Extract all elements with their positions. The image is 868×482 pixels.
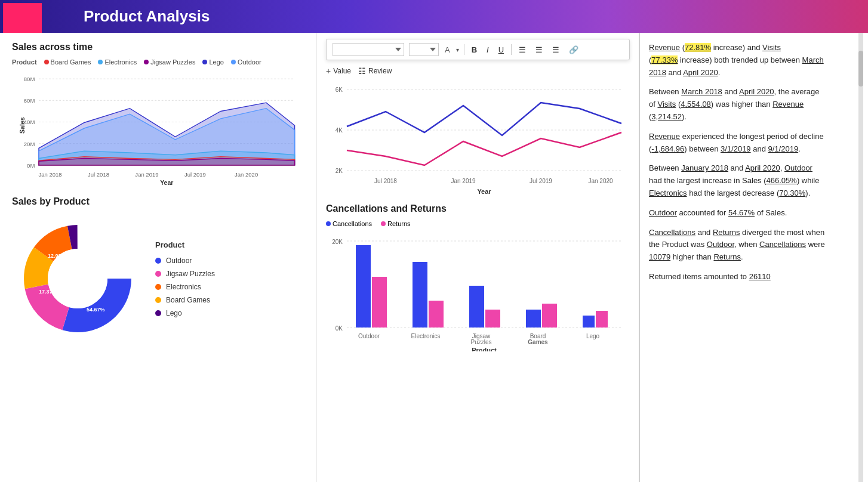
svg-text:0M: 0M: [27, 162, 35, 169]
svg-text:Sales: Sales: [19, 117, 26, 134]
svg-text:2K: 2K: [335, 168, 343, 174]
legend-label-jigsaw: Jigsaw Puzzles: [150, 58, 195, 66]
dot-cancellations: [326, 221, 331, 226]
outdoor-link-1[interactable]: Outdoor: [784, 163, 812, 172]
font-color-icon[interactable]: A: [445, 45, 450, 54]
size-select[interactable]: [409, 43, 439, 56]
canc-legend: Cancellations Returns: [326, 220, 630, 227]
revenue-link-1[interactable]: Revenue: [649, 43, 680, 52]
bar-lego-ret: [596, 311, 608, 327]
tab-review[interactable]: ☷ Review: [358, 66, 392, 76]
cancellations-link[interactable]: Cancellations: [649, 228, 695, 237]
label-boardgames: Board Games: [166, 296, 210, 304]
scrollbar-thumb[interactable]: [858, 51, 863, 86]
date-start[interactable]: 3/1/2019: [721, 144, 751, 153]
revenue-avg: 3,214.52: [651, 112, 682, 121]
jan-2018-link[interactable]: January 2018: [681, 163, 728, 172]
revenue-link-3[interactable]: Revenue: [649, 132, 680, 141]
canc-diff: 10079: [649, 252, 670, 261]
april-2020-link-3[interactable]: April 2020: [745, 163, 780, 172]
insight-para-4: Between January 2018 and April 2020, Out…: [649, 162, 827, 199]
svg-text:Electronics: Electronics: [411, 333, 441, 339]
svg-text:Jan 2019: Jan 2019: [135, 171, 158, 178]
font-select[interactable]: [333, 43, 404, 56]
font-color-chevron[interactable]: ▾: [456, 47, 459, 53]
svg-text:Jan 2020: Jan 2020: [235, 171, 258, 178]
product-legend: Product Outdoor Jigsaw Puzzles Electroni…: [155, 240, 215, 317]
visits-chart: 6K 4K 2K Jul 2018 Jan 2019 Jul 2019 Jan …: [326, 79, 624, 198]
product-legend-electronics: Electronics: [155, 283, 215, 291]
svg-text:0K: 0K: [335, 325, 343, 332]
header: Product Analysis: [0, 0, 868, 33]
svg-text:60M: 60M: [24, 97, 35, 104]
april-2020-link-2[interactable]: April 2020: [739, 87, 774, 96]
legend-label: Product: [12, 58, 37, 66]
bar-jigsaw-ret: [485, 310, 500, 327]
underline-button[interactable]: U: [496, 44, 506, 55]
electronics-pct: 70.30%: [779, 189, 805, 197]
tab-value[interactable]: + Value: [326, 66, 351, 76]
label-returns: Returns: [387, 220, 411, 227]
dot-electronics: [155, 284, 161, 290]
svg-text:80M: 80M: [24, 76, 35, 82]
product-legend-boardgames: Board Games: [155, 296, 215, 304]
bold-button[interactable]: B: [469, 44, 479, 55]
cancellations-link-2[interactable]: Cancellations: [759, 240, 806, 249]
returned-total: 26110: [749, 272, 771, 281]
main-content: Sales across time Product Board Games El…: [0, 33, 868, 482]
svg-text:54.67%: 54.67%: [87, 307, 105, 313]
march-2018-link-2[interactable]: March 2018: [681, 87, 722, 96]
svg-text:Puzzles: Puzzles: [470, 339, 491, 345]
april-2020-link[interactable]: April 2020: [683, 68, 718, 77]
legend-item-outdoor: Outdoor: [231, 58, 261, 66]
tab-review-label: Review: [368, 67, 392, 75]
outdoor-sales-pct: 54.67%: [728, 208, 755, 217]
bar-boardgames-ret: [542, 304, 557, 327]
legend-dot-jigsaw: [144, 60, 149, 64]
visits-avg: 4,554.08: [681, 100, 711, 109]
label-cancellations: Cancellations: [333, 220, 372, 227]
date-end[interactable]: 9/1/2019: [768, 144, 799, 153]
bar-outdoor-canc: [356, 245, 371, 327]
insight-para-2: Between March 2018 and April 2020, the a…: [649, 86, 827, 123]
outdoor-link-2[interactable]: Outdoor: [649, 208, 677, 217]
insight-para-7: Returned items amounted to 26110: [649, 271, 827, 283]
insight-para-5: Outdoor accounted for 54.67% of Sales.: [649, 207, 827, 220]
svg-text:Jul 2018: Jul 2018: [374, 178, 397, 184]
product-legend-jigsaw: Jigsaw Puzzles: [155, 270, 215, 278]
visits-link-1[interactable]: Visits: [762, 43, 781, 52]
canc-section: Cancellations and Returns Cancellations …: [326, 203, 630, 354]
chart-legend: Product Board Games Electronics Jigsaw P…: [12, 58, 304, 66]
align-center-button[interactable]: ☰: [533, 44, 545, 55]
italic-button[interactable]: I: [484, 44, 491, 55]
link-button[interactable]: 🔗: [567, 44, 581, 55]
align-left-button[interactable]: ☰: [516, 44, 528, 55]
svg-text:Jan 2019: Jan 2019: [451, 178, 476, 184]
toolbar-divider-2: [511, 44, 512, 55]
canc-legend-cancellations: Cancellations: [326, 220, 372, 227]
product-legend-lego: Lego: [155, 309, 215, 317]
dot-boardgames: [155, 297, 161, 303]
label-electronics: Electronics: [166, 283, 201, 291]
bar-jigsaw-canc: [469, 286, 484, 327]
align-right-button[interactable]: ☰: [550, 44, 562, 55]
legend-item-lego: Lego: [202, 58, 223, 66]
donut-area: 11.96% 12.98% 17.37% 54.67% Product Outd…: [12, 213, 304, 344]
svg-text:11.96%: 11.96%: [104, 256, 123, 262]
outdoor-link-3[interactable]: Outdoor: [707, 240, 734, 249]
revenue-pct: 72.81%: [685, 43, 711, 52]
returns-link[interactable]: Returns: [713, 228, 740, 237]
svg-text:Games: Games: [528, 339, 548, 345]
insight-para-6: Cancellations and Returns diverged the m…: [649, 227, 827, 264]
electronics-link[interactable]: Electronics: [649, 189, 687, 197]
revenue-link-2[interactable]: Revenue: [772, 100, 804, 109]
outdoor-pct: 466.05%: [767, 176, 797, 185]
legend-label-electronics: Electronics: [104, 58, 137, 66]
scrollbar[interactable]: [858, 33, 863, 482]
svg-text:12.98%: 12.98%: [48, 253, 66, 259]
returns-link-2[interactable]: Returns: [713, 252, 741, 261]
bar-boardgames-canc: [526, 310, 541, 327]
svg-text:Outdoor: Outdoor: [358, 333, 380, 339]
visits-link-2[interactable]: Visits: [657, 100, 676, 109]
svg-text:17.37%: 17.37%: [39, 289, 57, 295]
